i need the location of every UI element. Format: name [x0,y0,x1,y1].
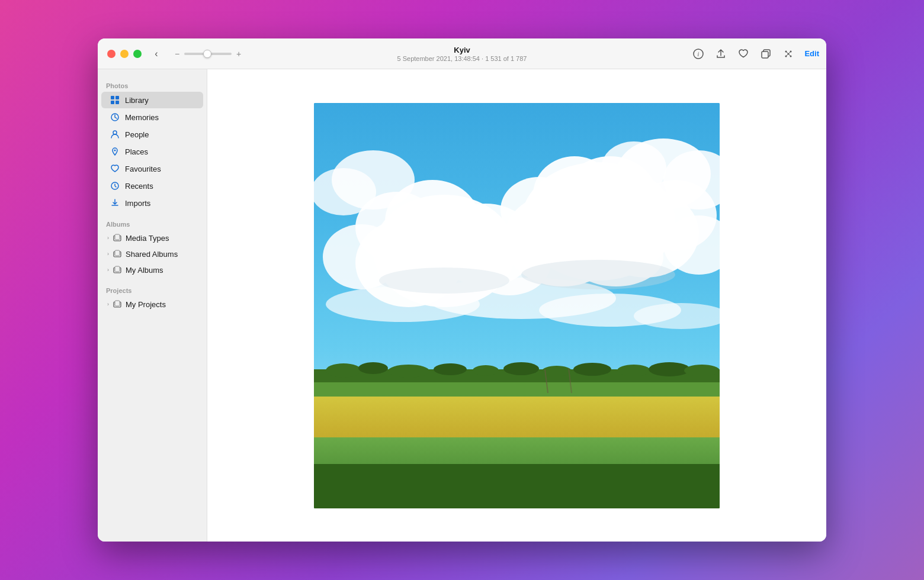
shared-albums-icon [113,249,122,259]
copy-button[interactable] [759,47,772,60]
svg-point-47 [314,168,376,215]
svg-rect-56 [314,380,720,397]
titlebar-left: ‹ − + [150,47,243,60]
back-button[interactable]: ‹ [150,47,163,60]
svg-point-68 [684,365,720,376]
svg-point-63 [503,362,539,375]
magic-button[interactable] [782,47,795,60]
sidebar-item-memories[interactable]: Memories [101,109,203,125]
places-label: Places [125,147,148,156]
sidebar-item-recents[interactable]: Recents [101,178,203,194]
photo-display [314,103,720,508]
media-types-icon [113,233,122,243]
sidebar-item-favourites[interactable]: Favourites [101,160,203,177]
titlebar-center: Kyiv 5 September 2021, 13:48:54 · 1 531 … [397,46,527,62]
svg-point-67 [649,362,690,376]
svg-point-45 [601,141,666,195]
my-projects-chevron: › [107,301,109,307]
svg-point-64 [542,366,572,376]
my-projects-label: My Projects [126,300,166,309]
sidebar: Photos Library [98,69,207,542]
projects-section-label: Projects [98,287,207,294]
svg-rect-19 [115,234,120,240]
albums-section-label: Albums [98,221,207,228]
memories-label: Memories [125,113,159,122]
my-albums-chevron: › [107,267,109,273]
recents-label: Recents [125,182,153,191]
favourites-icon [110,163,120,174]
svg-rect-13 [116,101,119,104]
svg-rect-10 [111,96,114,99]
info-button[interactable]: i [692,47,705,60]
main-content: Photos Library [98,69,826,542]
sidebar-item-my-projects[interactable]: › My Projects [101,297,203,312]
maximize-button[interactable] [133,50,142,58]
svg-point-66 [617,365,650,376]
svg-point-58 [326,363,361,378]
zoom-thumb [203,50,211,58]
shared-albums-chevron: › [107,251,109,257]
sidebar-item-media-types[interactable]: › Media Types [101,230,203,246]
share-button[interactable] [714,47,727,60]
svg-rect-11 [116,96,119,99]
library-icon [110,95,120,105]
svg-point-61 [434,363,467,375]
zoom-control: − + [172,49,243,59]
svg-rect-2 [762,51,768,58]
sidebar-item-people[interactable]: People [101,126,203,143]
photo-subtitle: 5 September 2021, 13:48:54 · 1 531 of 1 … [397,55,527,62]
minimize-button[interactable] [120,50,129,58]
imports-icon [110,198,120,208]
close-button[interactable] [107,50,116,58]
edit-button[interactable]: Edit [804,49,819,58]
people-icon [110,129,120,140]
photo-title: Kyiv [397,46,527,54]
zoom-plus-button[interactable]: + [234,49,243,59]
my-projects-icon [113,299,122,309]
photos-section-label: Photos [98,82,207,89]
svg-rect-21 [115,250,120,256]
places-icon [110,146,120,157]
svg-point-53 [379,268,509,294]
media-types-chevron: › [107,235,109,241]
favourite-button[interactable] [737,47,750,60]
svg-rect-12 [111,101,114,104]
recents-icon [110,181,120,191]
svg-text:i: i [698,51,700,57]
svg-point-52 [521,260,675,289]
svg-point-59 [358,362,388,374]
my-albums-icon [113,265,122,275]
memories-icon [110,112,120,123]
svg-rect-25 [115,301,120,306]
svg-point-16 [114,150,116,152]
favourites-label: Favourites [125,165,161,173]
my-albums-label: My Albums [126,266,163,275]
sidebar-item-library[interactable]: Library [101,92,203,108]
titlebar: ‹ − + Kyiv 5 September 2021, 13:48:54 · … [98,38,826,69]
sidebar-item-my-albums[interactable]: › My Albums [101,262,203,278]
sidebar-item-places[interactable]: Places [101,143,203,160]
svg-rect-23 [115,266,120,272]
sidebar-item-imports[interactable]: Imports [101,195,203,211]
window-controls [107,50,142,58]
svg-point-15 [113,131,117,134]
shared-albums-label: Shared Albums [126,250,178,259]
zoom-minus-button[interactable]: − [172,49,182,59]
svg-point-62 [473,365,499,376]
people-label: People [125,130,149,139]
imports-label: Imports [125,199,150,208]
sidebar-item-shared-albums[interactable]: › Shared Albums [101,246,203,262]
titlebar-actions: i [692,47,819,60]
photo-container [207,69,826,542]
media-types-label: Media Types [126,234,169,243]
svg-rect-70 [314,464,720,508]
svg-point-60 [388,365,429,378]
photo-area [207,69,826,542]
photo-clouds [314,103,720,508]
app-window: ‹ − + Kyiv 5 September 2021, 13:48:54 · … [98,38,826,542]
zoom-slider[interactable] [184,53,232,55]
svg-point-65 [573,363,611,376]
library-label: Library [125,96,149,105]
